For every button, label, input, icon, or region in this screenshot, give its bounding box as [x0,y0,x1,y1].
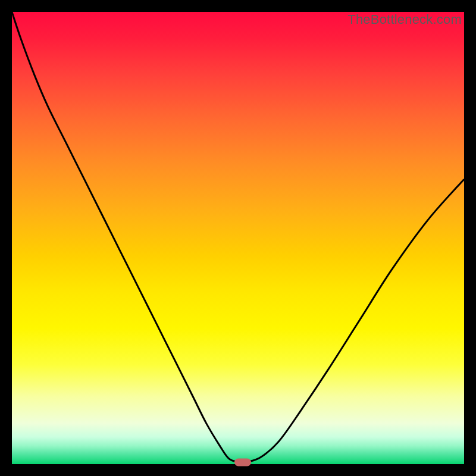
optimal-point-marker [234,458,251,466]
bottleneck-curve [12,12,464,464]
plot-area: TheBottleneck.com [12,12,464,464]
curve-path [12,12,464,462]
chart-frame: TheBottleneck.com [0,0,476,476]
